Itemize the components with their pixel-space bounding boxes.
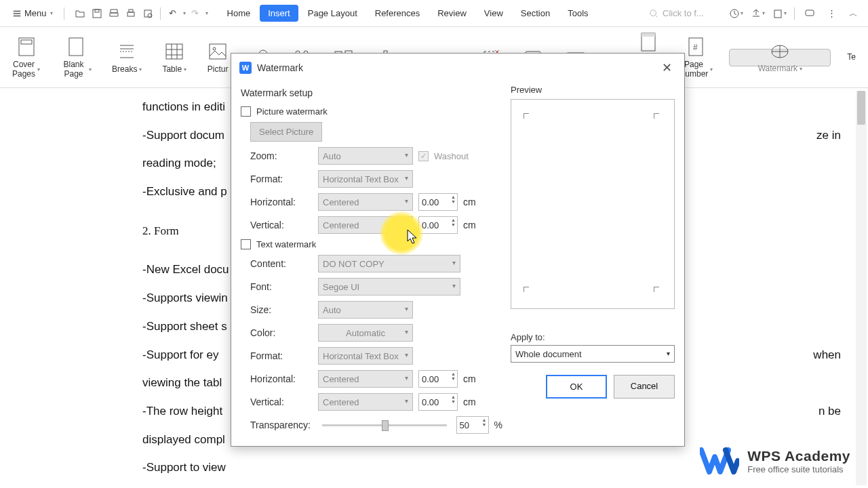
table-button[interactable]: Table▾ [158, 38, 191, 77]
sync-icon[interactable]: ▾ [726, 5, 745, 22]
tab-insert[interactable]: Insert [260, 5, 298, 22]
picture-icon [207, 41, 229, 62]
zoom-select[interactable]: Auto▾ [318, 147, 413, 165]
preview-label: Preview [511, 85, 675, 95]
scrollbar-thumb[interactable] [857, 91, 865, 125]
transparency-label: Transparency: [250, 420, 313, 430]
print-preview-icon[interactable] [106, 6, 121, 21]
cancel-button[interactable]: Cancel [614, 375, 675, 399]
pic-format-select[interactable]: Horizontal Text Box▾ [318, 170, 413, 188]
wps-academy-logo: WPS Academy Free office suite tutorials [700, 446, 850, 476]
size-select[interactable]: Auto▾ [318, 301, 413, 319]
chevron-down-icon: ▾ [183, 10, 186, 16]
app-icon: W [239, 62, 252, 74]
clipboard-icon[interactable]: ▾ [770, 5, 789, 22]
menu-button[interactable]: Menu ▾ [5, 5, 60, 21]
pic-horizontal-select[interactable]: Centered▾ [318, 193, 413, 211]
picture-watermark-label: Picture watermark [256, 106, 328, 117]
text-box-button-2[interactable]: Te [843, 50, 860, 65]
watermark-setup-label: Watermark setup [241, 85, 502, 104]
wps-logo-icon [700, 446, 739, 476]
font-label: Font: [250, 281, 313, 292]
search-box[interactable]: Click to f... [649, 8, 717, 18]
svg-rect-14 [210, 44, 226, 59]
text-horizontal-value[interactable]: 0.00▲▼ [418, 370, 458, 388]
search-placeholder: Click to f... [663, 8, 704, 18]
vertical-scrollbar[interactable] [856, 91, 867, 485]
chevron-down-icon: ▾ [50, 10, 53, 16]
washout-label: Washout [434, 151, 469, 161]
apply-to-select[interactable]: Whole document▾ [511, 345, 675, 363]
cover-pages-button[interactable]: Cover Pages▾ [8, 33, 44, 82]
pic-vertical-value[interactable]: 0.00▲▼ [418, 216, 458, 234]
tab-section[interactable]: Section [513, 5, 558, 22]
brand-subtitle: Free office suite tutorials [747, 464, 850, 474]
save-icon[interactable] [90, 6, 104, 21]
svg-rect-0 [93, 9, 101, 18]
text-horizontal-select[interactable]: Centered▾ [318, 370, 413, 388]
svg-rect-31 [642, 33, 655, 37]
svg-rect-11 [21, 40, 32, 44]
collapse-icon[interactable]: ︿ [844, 5, 863, 22]
text-format-select[interactable]: Horizontal Text Box▾ [318, 347, 413, 365]
svg-rect-12 [69, 38, 83, 56]
chevron-down-icon: ▾ [205, 10, 208, 16]
picture-button[interactable]: Pictur [203, 38, 233, 77]
format-painter-icon[interactable] [140, 6, 155, 21]
content-select[interactable]: DO NOT COPY▾ [318, 255, 460, 272]
pic-horizontal-label: Horizontal: [250, 197, 313, 207]
picture-watermark-checkbox[interactable] [241, 106, 251, 117]
washout-checkbox[interactable]: ✓ [418, 151, 429, 161]
pic-vertical-select[interactable]: Centered▾ [318, 216, 413, 234]
svg-rect-9 [806, 10, 814, 16]
text-format-label: Format: [250, 350, 313, 361]
watermark-button[interactable]: Watermark▾ [729, 49, 831, 66]
chat-icon[interactable] [800, 5, 819, 22]
watermark-dialog: W Watermark ✕ Watermark setup Picture wa… [231, 53, 685, 447]
text-watermark-label: Text watermark [256, 239, 316, 249]
open-icon[interactable] [73, 6, 87, 21]
svg-rect-13 [166, 44, 182, 59]
menu-label: Menu [24, 8, 47, 18]
transparency-value[interactable]: 50▲▼ [456, 416, 489, 434]
cover-pages-icon [16, 36, 37, 58]
text-horizontal-label: Horizontal: [250, 373, 313, 384]
color-select[interactable]: Automatic▾ [318, 324, 413, 342]
undo-icon[interactable]: ↶ [165, 6, 180, 21]
blank-page-icon [65, 36, 87, 58]
more-icon[interactable]: ⋮ [822, 5, 841, 22]
text-vertical-value[interactable]: 0.00▲▼ [418, 393, 458, 411]
breaks-button[interactable]: Breaks▾ [108, 38, 146, 77]
tab-references[interactable]: References [367, 5, 428, 22]
tab-page-layout[interactable]: Page Layout [300, 5, 366, 22]
tab-home[interactable]: Home [219, 5, 259, 22]
tab-tools[interactable]: Tools [559, 5, 596, 22]
header-footer-icon [637, 31, 659, 53]
font-select[interactable]: Segoe UI▾ [318, 278, 460, 296]
redo-icon[interactable]: ↷ [188, 6, 203, 21]
svg-rect-1 [95, 9, 99, 12]
ok-button[interactable]: OK [546, 375, 607, 399]
hamburger-icon [12, 9, 22, 18]
blank-page-button[interactable]: Blank Page▾ [56, 33, 96, 82]
close-button[interactable]: ✕ [658, 59, 676, 77]
tab-view[interactable]: View [476, 5, 511, 22]
print-icon[interactable] [123, 6, 138, 21]
color-label: Color: [250, 327, 313, 338]
slider-thumb[interactable] [382, 420, 389, 431]
page-number-icon: # [685, 36, 707, 58]
pic-horizontal-value[interactable]: 0.00▲▼ [418, 193, 458, 211]
transparency-slider[interactable] [322, 424, 447, 426]
svg-point-15 [213, 47, 216, 50]
text-watermark-checkbox[interactable] [241, 239, 251, 249]
separator [794, 7, 795, 20]
dialog-title: Watermark [257, 62, 303, 73]
share-icon[interactable]: ▾ [748, 5, 767, 22]
select-picture-button[interactable]: Select Picture [250, 122, 322, 142]
search-icon [649, 9, 658, 18]
tab-review[interactable]: Review [429, 5, 475, 22]
svg-rect-3 [129, 9, 133, 12]
svg-rect-8 [774, 10, 781, 18]
size-label: Size: [250, 304, 313, 315]
text-vertical-select[interactable]: Centered▾ [318, 393, 413, 411]
